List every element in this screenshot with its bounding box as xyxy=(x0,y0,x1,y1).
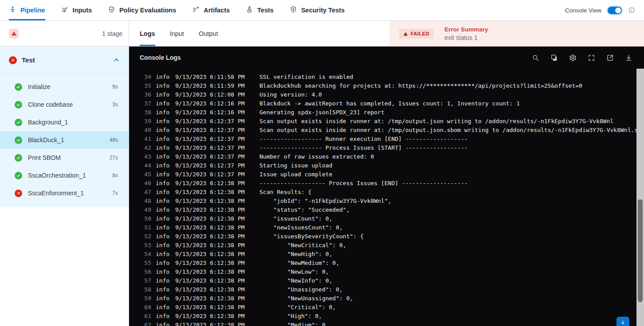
log-line-number: 42 xyxy=(142,144,151,151)
log-level: info xyxy=(156,215,172,222)
log-line-number: 53 xyxy=(142,242,151,248)
log-line: 50 info 9/13/2023 6:12:38 PM "issuesCoun… xyxy=(129,214,636,223)
log-level: info xyxy=(156,74,172,80)
log-list: 34 info 9/13/2023 6:11:58 PM SSL verific… xyxy=(129,74,636,326)
log-line-number: 44 xyxy=(142,162,151,169)
log-message: Generating spdx-json[SPDX_23] report xyxy=(259,109,385,116)
log-timestamp: 9/13/2023 6:12:38 PM xyxy=(175,206,251,213)
log-message: "status": "Succeeded", xyxy=(259,206,350,213)
log-level: info xyxy=(156,224,172,231)
tab-input[interactable]: Input xyxy=(170,21,184,46)
console-toolbar xyxy=(532,54,632,62)
log-level: info xyxy=(156,162,172,169)
step-status-icon xyxy=(15,190,22,197)
step-row[interactable]: Clone codebase 3s xyxy=(0,96,129,113)
step-duration: 48s xyxy=(110,137,118,143)
open-in-new-icon[interactable] xyxy=(606,54,614,62)
log-message: "NewMedium": 0, xyxy=(259,260,339,266)
step-row[interactable]: Print SBOM 27s xyxy=(0,149,129,167)
info-icon[interactable] xyxy=(628,7,635,14)
fullscreen-icon[interactable] xyxy=(588,54,595,62)
console-scrollbar[interactable] xyxy=(636,69,644,326)
download-icon[interactable] xyxy=(625,54,632,62)
tab-inputs[interactable]: Inputs xyxy=(61,0,92,20)
step-row[interactable]: SscaOrchestration_1 8s xyxy=(0,167,129,184)
step-row[interactable]: Initialize 9s xyxy=(0,78,129,96)
log-level: info xyxy=(156,277,172,284)
step-row[interactable]: Background_1 xyxy=(0,113,129,131)
log-line-number: 43 xyxy=(142,153,151,160)
log-line: 43 info 9/13/2023 6:12:37 PM Number of r… xyxy=(129,152,636,161)
copy-icon[interactable] xyxy=(550,54,558,62)
tab-artifacts[interactable]: Artifacts xyxy=(192,0,230,20)
log-message: Blackduckhub searching for projects at: … xyxy=(259,82,582,89)
log-line-number: 59 xyxy=(142,295,151,302)
toggle-knob xyxy=(615,8,621,13)
log-line-number: 62 xyxy=(142,322,151,326)
error-summary-panel: FAILED Error Summary exit status 1 xyxy=(389,21,644,47)
step-row[interactable]: SscaEnforcement_1 7s xyxy=(0,184,129,202)
log-viewport[interactable]: 34 info 9/13/2023 6:11:58 PM SSL verific… xyxy=(129,74,636,326)
log-line: 62 info 9/13/2023 6:12:38 PM "Medium": 0 xyxy=(129,320,636,326)
log-line: 51 info 9/13/2023 6:12:38 PM "newIssuesC… xyxy=(129,223,636,232)
tab-policy-evaluations[interactable]: Policy Evaluations xyxy=(108,0,176,20)
log-level: info xyxy=(156,268,172,275)
log-message: Starting issue upload xyxy=(259,162,332,169)
log-timestamp: 9/13/2023 6:12:37 PM xyxy=(175,127,251,133)
step-status-icon xyxy=(15,172,22,179)
log-timestamp: 9/13/2023 6:12:08 PM xyxy=(175,91,251,98)
tab-tests[interactable]: Tests xyxy=(246,0,274,20)
log-timestamp: 9/13/2023 6:12:16 PM xyxy=(175,109,251,116)
log-timestamp: 9/13/2023 6:12:38 PM xyxy=(175,215,251,222)
step-status-icon xyxy=(15,101,22,109)
scroll-to-bottom-button[interactable] xyxy=(617,317,629,326)
log-level: info xyxy=(156,144,172,151)
log-level: info xyxy=(156,136,172,142)
log-line: 48 info 9/13/2023 6:12:38 PM "jobId": "-… xyxy=(129,196,636,205)
log-line-number: 40 xyxy=(142,127,151,133)
log-message: "NewCritical": 0, xyxy=(259,242,346,248)
stage-count: 1 stage xyxy=(102,30,122,37)
log-line: 59 info 9/13/2023 6:12:38 PM "NewUnassig… xyxy=(129,294,636,303)
tab-output[interactable]: Output xyxy=(199,21,218,46)
log-level: info xyxy=(156,242,172,248)
log-message: "issuesBySeverityCount": { xyxy=(259,233,364,240)
step-row[interactable]: BlackDuck_1 48s xyxy=(0,131,129,149)
log-level: info xyxy=(156,206,172,213)
log-line: 34 info 9/13/2023 6:11:58 PM SSL verific… xyxy=(129,74,636,81)
step-name: SscaOrchestration_1 xyxy=(28,172,86,179)
tab-pipeline[interactable]: Pipeline xyxy=(9,0,45,20)
tab-security-tests[interactable]: Security Tests xyxy=(290,0,345,20)
log-timestamp: 9/13/2023 6:12:37 PM xyxy=(175,153,251,160)
log-level: info xyxy=(156,286,172,293)
log-level: info xyxy=(156,153,172,160)
log-level: info xyxy=(156,91,172,98)
log-timestamp: 9/13/2023 6:12:38 PM xyxy=(175,268,251,275)
log-message: "Unassigned": 0, xyxy=(259,286,343,293)
log-level: info xyxy=(156,304,172,310)
error-summary-message: exit status 1 xyxy=(444,34,488,41)
log-message: "newIssuesCount": 0, xyxy=(259,224,343,231)
step-duration: 27s xyxy=(110,155,118,161)
stage-failed-icon xyxy=(9,56,17,64)
log-line-number: 61 xyxy=(142,313,151,319)
log-line-number: 52 xyxy=(142,233,151,240)
log-line: 53 info 9/13/2023 6:12:38 PM "NewCritica… xyxy=(129,241,636,249)
stage-header-test[interactable]: Test xyxy=(0,47,129,74)
console-view-toggle[interactable] xyxy=(608,7,622,14)
log-level: info xyxy=(156,109,172,116)
search-icon[interactable] xyxy=(532,54,539,62)
step-status-icon xyxy=(15,119,22,126)
app-root: Pipeline Inputs Policy Evaluations Artif… xyxy=(0,0,644,326)
log-message: "NewInfo": 0, xyxy=(259,277,332,284)
tab-logs[interactable]: Logs xyxy=(140,21,155,46)
log-timestamp: 9/13/2023 6:12:38 PM xyxy=(175,233,251,240)
stage-block: Test Initialize 9s Clone codebase 3s Bac… xyxy=(0,47,129,207)
log-line-number: 57 xyxy=(142,277,151,284)
log-line: 55 info 9/13/2023 6:12:38 PM "NewMedium"… xyxy=(129,258,636,267)
settings-icon[interactable] xyxy=(569,54,577,62)
log-timestamp: 9/13/2023 6:12:38 PM xyxy=(175,260,251,266)
failed-badge: FAILED xyxy=(399,29,433,39)
scrollbar-thumb[interactable] xyxy=(638,199,643,302)
log-level: info xyxy=(156,180,172,186)
